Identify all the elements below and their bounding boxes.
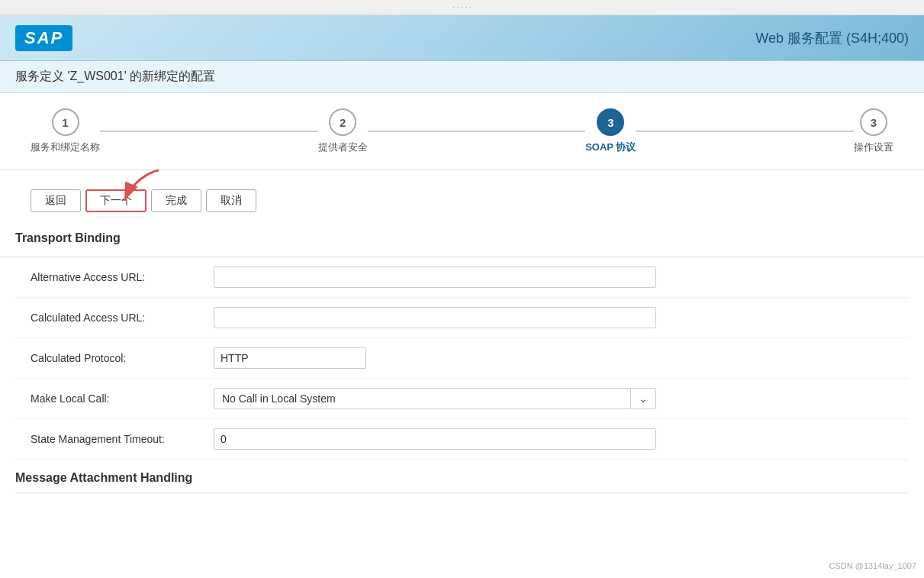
timeout-input[interactable] [214, 428, 656, 450]
page-title: 服务定义 'Z_WS001' 的新绑定的配置 [15, 69, 909, 85]
step-3-label: SOAP 协议 [585, 140, 636, 154]
calc-url-input[interactable] [214, 307, 656, 328]
wizard-steps: 1 服务和绑定名称 2 提供者安全 3 SOAP 协议 3 操作设置 [0, 93, 924, 170]
alt-url-input[interactable] [214, 266, 656, 288]
step-4-circle: 3 [860, 108, 887, 136]
local-call-select[interactable]: No Call in Local System ⌄ [214, 388, 656, 409]
wizard-step-1: 1 服务和绑定名称 [31, 108, 100, 154]
form-row-calc-url: Calculated Access URL: [15, 298, 909, 338]
watermark: CSDN @1314lay_1007 [829, 561, 916, 570]
back-button[interactable]: 返回 [31, 189, 81, 212]
step-3-circle: 3 [597, 108, 624, 136]
sap-logo: SAP [15, 25, 72, 51]
form-section: Alternative Access URL: Calculated Acces… [0, 257, 924, 460]
wizard-step-3: 3 SOAP 协议 [585, 108, 636, 154]
step-2-label: 提供者安全 [318, 140, 368, 154]
calc-url-label: Calculated Access URL: [31, 312, 198, 324]
calc-protocol-input[interactable] [214, 347, 366, 369]
wizard-line-3 [636, 131, 854, 132]
form-row-alt-url: Alternative Access URL: [15, 257, 909, 298]
arrow-annotation [113, 166, 174, 211]
page-title-bar: 服务定义 'Z_WS001' 的新绑定的配置 [0, 61, 924, 93]
form-row-local-call: Make Local Call: No Call in Local System… [15, 379, 909, 419]
step-4-label: 操作设置 [854, 140, 893, 154]
local-call-value: No Call in Local System [214, 389, 630, 408]
calc-protocol-label: Calculated Protocol: [31, 352, 198, 364]
cancel-button[interactable]: 取消 [206, 189, 256, 212]
header-title: Web 服务配置 (S4H;400) [755, 29, 909, 47]
timeout-label: State Management Timeout: [31, 433, 198, 445]
local-call-label: Make Local Call: [31, 392, 198, 405]
step-1-label: 服务和绑定名称 [31, 140, 100, 154]
step-2-circle: 2 [329, 108, 356, 136]
transport-binding-title: Transport Binding [0, 228, 924, 257]
wizard-line-1 [100, 131, 318, 132]
form-row-calc-protocol: Calculated Protocol: [15, 338, 909, 379]
local-call-dropdown-icon[interactable]: ⌄ [630, 389, 655, 408]
top-dots: · · · · · [0, 0, 924, 15]
alt-url-label: Alternative Access URL: [31, 271, 198, 283]
header: SAP Web 服务配置 (S4H;400) [0, 15, 924, 61]
form-row-timeout: State Management Timeout: [15, 419, 909, 460]
wizard-step-4: 3 操作设置 [854, 108, 893, 154]
step-1-circle: 1 [52, 108, 79, 136]
wizard-line-2 [368, 131, 586, 132]
message-attachment-title: Message Attachment Handling [0, 460, 924, 492]
bottom-divider [15, 492, 909, 493]
wizard-step-2: 2 提供者安全 [318, 108, 368, 154]
